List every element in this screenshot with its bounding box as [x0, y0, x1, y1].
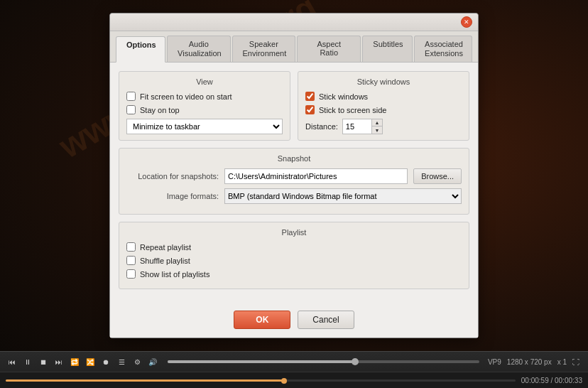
time-display: 00:00:59 / 00:00:33	[521, 377, 582, 384]
settings-button[interactable]: ⚙	[131, 355, 143, 368]
stick-side-row: Stick to screen side	[305, 105, 462, 114]
playlist-title: Playlist	[126, 228, 462, 237]
total-time: 00:00:33	[555, 377, 582, 384]
repeat-checkbox[interactable]	[126, 242, 136, 252]
minimize-select[interactable]: Minimize to taskbar Minimize to tray Kee…	[126, 119, 283, 134]
player-time-bar: 00:00:59 / 00:00:33	[0, 372, 588, 388]
player-controls: ⏮ ⏸ ⏹ ⏭ 🔁 🔀 ⏺ ☰ ⚙ 🔊 VP9 1280 x 720 px x …	[0, 352, 588, 372]
time-track[interactable]	[6, 379, 516, 382]
fullscreen-icon[interactable]: ⛶	[572, 358, 579, 366]
stick-windows-row: Stick windows	[305, 92, 462, 101]
dialog-footer: OK Cancel	[110, 305, 478, 338]
tab-subtitles[interactable]: Subtitles	[362, 36, 413, 62]
repeat-label: Repeat playlist	[140, 243, 191, 252]
sticky-title: Sticky windows	[305, 77, 462, 86]
fit-screen-label: Fit screen to video on start	[140, 92, 232, 101]
close-button[interactable]: ✕	[461, 16, 472, 28]
snapshot-section: Snapshot Location for snapshots: Browse.…	[119, 148, 469, 215]
show-list-label: Show list of playlists	[140, 270, 209, 279]
shuffle-label: Shuffle playlist	[140, 257, 190, 265]
volume-thumb	[352, 358, 359, 365]
fit-screen-checkbox[interactable]	[126, 92, 136, 101]
current-time: 00:00:59	[521, 377, 549, 384]
resolution-label: 1280 x 720 px	[507, 358, 552, 366]
spinbox-buttons: ▲ ▼	[371, 119, 382, 134]
stick-side-checkbox[interactable]	[305, 105, 315, 114]
view-title: View	[126, 77, 283, 86]
shuffle-checkbox[interactable]	[126, 256, 136, 265]
tab-bar: Options Audio Visualization Speaker Envi…	[110, 31, 478, 63]
show-list-checkbox[interactable]	[126, 269, 136, 279]
play-button[interactable]: ⏸	[21, 355, 34, 368]
distance-label: Distance:	[305, 122, 338, 131]
cancel-button[interactable]: Cancel	[298, 311, 354, 329]
distance-row: Distance: 15 ▲ ▼	[305, 119, 462, 134]
location-input[interactable]	[224, 168, 408, 184]
fit-screen-row: Fit screen to video on start	[126, 92, 283, 101]
sticky-section: Sticky windows Stick windows Stick to sc…	[298, 71, 469, 141]
repeat-button[interactable]: 🔁	[68, 355, 81, 368]
format-select[interactable]: BMP (standard Windows Bitmap file format…	[224, 188, 462, 204]
shuffle-button[interactable]: 🔀	[84, 355, 97, 368]
tab-associated-extensions[interactable]: Associated Extensions	[414, 36, 472, 62]
time-fill	[6, 379, 286, 382]
play-prev-button[interactable]: ⏮	[6, 355, 18, 368]
stay-on-top-checkbox[interactable]	[126, 105, 136, 114]
player-bar: ⏮ ⏸ ⏹ ⏭ 🔁 🔀 ⏺ ☰ ⚙ 🔊 VP9 1280 x 720 px x …	[0, 351, 588, 388]
record-button[interactable]: ⏺	[99, 355, 112, 368]
distance-input[interactable]: 15	[343, 119, 371, 134]
dialog-overlay: ✕ Options Audio Visualization Speaker En…	[0, 0, 588, 351]
playlist-button[interactable]: ☰	[115, 355, 128, 368]
stay-on-top-row: Stay on top	[126, 105, 283, 114]
volume-button[interactable]: 🔊	[146, 355, 159, 368]
stay-on-top-label: Stay on top	[140, 106, 180, 114]
location-label: Location for snapshots:	[126, 172, 219, 180]
location-row: Location for snapshots: Browse...	[126, 168, 462, 184]
format-row: Image formats: BMP (standard Windows Bit…	[126, 188, 462, 204]
repeat-row: Repeat playlist	[126, 242, 462, 252]
snapshot-title: Snapshot	[126, 154, 462, 163]
minimize-row: Minimize to taskbar Minimize to tray Kee…	[126, 119, 283, 134]
options-dialog: ✕ Options Audio Visualization Speaker En…	[109, 13, 479, 338]
top-two-col: View Fit screen to video on start Stay o…	[119, 71, 469, 141]
player-status-right: VP9 1280 x 720 px x 1 ⛶	[488, 358, 582, 366]
stop-button[interactable]: ⏹	[37, 355, 50, 368]
stick-windows-checkbox[interactable]	[305, 92, 315, 101]
dialog-body: View Fit screen to video on start Stay o…	[110, 63, 478, 305]
play-next-button[interactable]: ⏭	[53, 355, 65, 368]
playlist-section: Playlist Repeat playlist Shuffle playlis…	[119, 222, 469, 289]
tab-options[interactable]: Options	[116, 36, 165, 63]
distance-spinbox: 15 ▲ ▼	[342, 119, 383, 134]
volume-track[interactable]	[168, 360, 479, 363]
spin-up-button[interactable]: ▲	[372, 119, 382, 126]
tab-aspect-ratio[interactable]: Aspect Ratio	[297, 36, 361, 62]
ok-button[interactable]: OK	[234, 311, 290, 329]
stick-windows-label: Stick windows	[319, 92, 368, 101]
format-label: Image formats:	[126, 192, 219, 200]
shuffle-row: Shuffle playlist	[126, 256, 462, 265]
browse-button[interactable]: Browse...	[413, 168, 462, 184]
tab-audio-visualization[interactable]: Audio Visualization	[167, 36, 230, 62]
stick-side-label: Stick to screen side	[319, 106, 386, 114]
volume-fill	[168, 360, 354, 363]
show-list-row: Show list of playlists	[126, 269, 462, 279]
codec-label: VP9	[488, 358, 501, 366]
time-thumb	[281, 378, 287, 384]
view-section: View Fit screen to video on start Stay o…	[119, 71, 290, 141]
tab-speaker-environment[interactable]: Speaker Environment	[232, 36, 296, 62]
scale-label: x 1	[557, 358, 567, 366]
spin-down-button[interactable]: ▼	[372, 126, 382, 134]
dialog-titlebar: ✕	[110, 14, 478, 31]
